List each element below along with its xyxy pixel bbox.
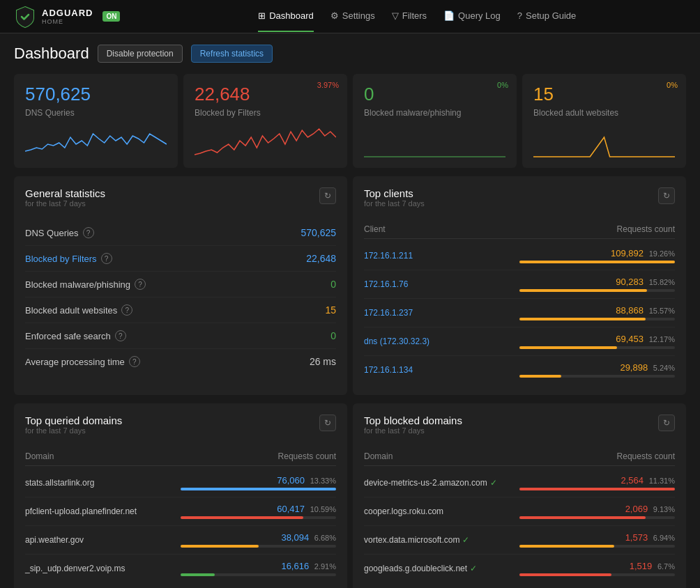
dns-queries-label: DNS Queries	[25, 108, 167, 118]
queried-bar-container	[181, 573, 336, 576]
blocked-bar	[519, 488, 675, 490]
adult-help-icon[interactable]: ?	[121, 304, 132, 316]
filter-icon: ✓	[470, 564, 477, 573]
queried-domain-col-header: Domain	[25, 451, 181, 461]
client-count: 88,868	[616, 305, 644, 316]
client-name[interactable]: 172.16.1.134	[364, 365, 519, 375]
client-row: 172.16.1.237 88,868 15.57%	[364, 299, 675, 327]
blocked-filters-help-icon[interactable]: ?	[101, 253, 112, 264]
blocked-domain-pct: 11.31%	[649, 477, 675, 485]
top-blocked-refresh-button[interactable]: ↻	[658, 415, 675, 431]
client-name[interactable]: 172.16.1.211	[364, 251, 519, 261]
top-clients-title: Top clients	[364, 187, 425, 199]
top-queried-table-header: Domain Requests count	[25, 447, 336, 466]
top-clients-refresh-button[interactable]: ↻	[658, 187, 675, 204]
blocked-adult-value: 15	[533, 84, 675, 105]
disable-protection-button[interactable]: Disable protection	[98, 45, 183, 63]
dns-queries-value: 570,625	[25, 84, 167, 105]
client-bar-container	[519, 318, 675, 320]
queried-domain-pct: 2.91%	[314, 562, 336, 571]
top-queried-list: stats.allstarlink.org 76,060 13.33% pfcl…	[25, 469, 336, 582]
top-clients-header: Top clients for the last 7 days ↻	[364, 187, 675, 217]
client-name[interactable]: 172.16.1.76	[364, 279, 519, 289]
queried-domain-pct: 13.33%	[310, 477, 336, 485]
queried-domain-name: api.weather.gov	[25, 535, 181, 545]
blocked-domain-row: cooper.logs.roku.com 2,069 9.13%	[364, 497, 675, 526]
queried-domain-count: 60,417	[277, 504, 305, 514]
client-pct: 12.17%	[649, 335, 675, 343]
client-row: 172.16.1.211 109,892 19.26%	[364, 242, 675, 270]
top-queried-panel: Top queried domains for the last 7 days …	[14, 403, 347, 588]
page-header: Dashboard Disable protection Refresh sta…	[14, 45, 686, 63]
domain-row: _sip._udp.denver2.voip.ms 16,616 2.91%	[25, 555, 336, 582]
refresh-statistics-button[interactable]: Refresh statistics	[191, 45, 273, 63]
stat-row-safe-search: Enforced safe search ? 0	[25, 323, 336, 349]
avg-time-row-value: 26 ms	[310, 356, 336, 367]
malware-help-icon[interactable]: ?	[135, 279, 146, 290]
top-queried-header: Top queried domains for the last 7 days …	[25, 415, 336, 444]
logo-sub: HOME	[42, 18, 93, 25]
top-queried-subtitle: for the last 7 days	[25, 426, 122, 435]
malware-row-label: Blocked malware/phishing	[25, 279, 130, 290]
client-pct: 15.57%	[649, 307, 675, 315]
blocked-domain-count: 1,573	[625, 532, 648, 543]
top-clients-list: 172.16.1.211 109,892 19.26% 172.16.1.76 …	[364, 242, 675, 384]
client-name[interactable]: 172.16.1.237	[364, 308, 519, 318]
malware-row-value: 0	[330, 279, 336, 290]
nav-dashboard[interactable]: ⊞ Dashboard	[258, 1, 314, 32]
queried-domain-count: 76,060	[277, 475, 305, 486]
nav-setup-guide[interactable]: ? Setup Guide	[517, 1, 577, 32]
logo: ADGUARD HOME ON	[14, 6, 120, 28]
stat-card-blocked-adult: 0% 15 Blocked adult websites	[522, 74, 686, 168]
queried-bar-container	[181, 516, 336, 519]
blocked-adult-chart	[533, 123, 675, 158]
nav-filters[interactable]: ▽ Filters	[392, 1, 427, 32]
adult-row-label: Blocked adult websites	[25, 305, 117, 316]
queried-domain-pct: 10.59%	[310, 505, 336, 513]
client-name[interactable]: dns (172.30.32.3)	[364, 336, 519, 346]
nav-links: ⊞ Dashboard ⚙ Settings ▽ Filters 📄 Query…	[148, 1, 686, 32]
queried-bar-container	[181, 488, 336, 490]
general-stats-refresh-button[interactable]: ↻	[319, 187, 336, 204]
domain-row: stats.allstarlink.org 76,060 13.33%	[25, 469, 336, 497]
client-count: 69,453	[616, 334, 644, 344]
avg-time-row-label: Average processing time	[25, 357, 125, 367]
queried-domain-name: stats.allstarlink.org	[25, 478, 181, 488]
safe-search-help-icon[interactable]: ?	[115, 330, 126, 341]
blocked-bar	[519, 545, 614, 548]
blocked-domain-name: vortex.data.microsoft.com✓	[364, 535, 519, 545]
avg-time-help-icon[interactable]: ?	[129, 356, 140, 367]
queried-domain-name: _sip._udp.denver2.voip.ms	[25, 564, 181, 573]
nav-query-log[interactable]: 📄 Query Log	[443, 1, 501, 32]
blocked-filters-value: 22,648	[195, 84, 336, 105]
client-bar	[519, 289, 647, 292]
queried-domain-pct: 6.68%	[314, 534, 336, 542]
queried-domain-count: 16,616	[281, 561, 309, 571]
stat-row-blocked-filters: Blocked by Filters ? 22,648	[25, 246, 336, 272]
nav-settings[interactable]: ⚙ Settings	[330, 1, 375, 32]
top-blocked-title: Top blocked domains	[364, 415, 462, 426]
stat-row-adult: Blocked adult websites ? 15	[25, 297, 336, 323]
client-bar-container	[519, 375, 675, 378]
top-queried-refresh-button[interactable]: ↻	[319, 415, 336, 431]
blocked-domain-name: cooper.logs.roku.com	[364, 506, 519, 516]
safe-search-row-value: 0	[330, 330, 336, 341]
stat-cards-row: 570,625 DNS Queries 3.97% 22,648 Blocked…	[14, 74, 686, 168]
stat-card-blocked-malware: 0% 0 Blocked malware/phishing	[353, 74, 517, 168]
blocked-domain-pct: 6.7%	[657, 562, 675, 571]
top-clients-table-header: Client Requests count	[364, 220, 675, 239]
general-stats-header: General statistics for the last 7 days ↻	[25, 187, 336, 217]
queried-bar	[181, 545, 259, 548]
client-bar-container	[519, 261, 675, 263]
stat-card-blocked-filters: 3.97% 22,648 Blocked by Filters	[183, 74, 347, 168]
client-bar	[519, 261, 675, 263]
client-pct: 19.26%	[649, 249, 675, 258]
blocked-malware-label: Blocked malware/phishing	[364, 108, 505, 118]
blocked-bar-container	[519, 516, 675, 519]
blocked-filters-row-label[interactable]: Blocked by Filters	[25, 254, 97, 264]
stat-row-avg-time: Average processing time ? 26 ms	[25, 349, 336, 374]
dns-help-icon[interactable]: ?	[83, 227, 94, 238]
filter-icon: ✓	[462, 535, 469, 545]
client-bar-container	[519, 289, 675, 292]
stat-row-dns: DNS Queries ? 570,625	[25, 220, 336, 246]
